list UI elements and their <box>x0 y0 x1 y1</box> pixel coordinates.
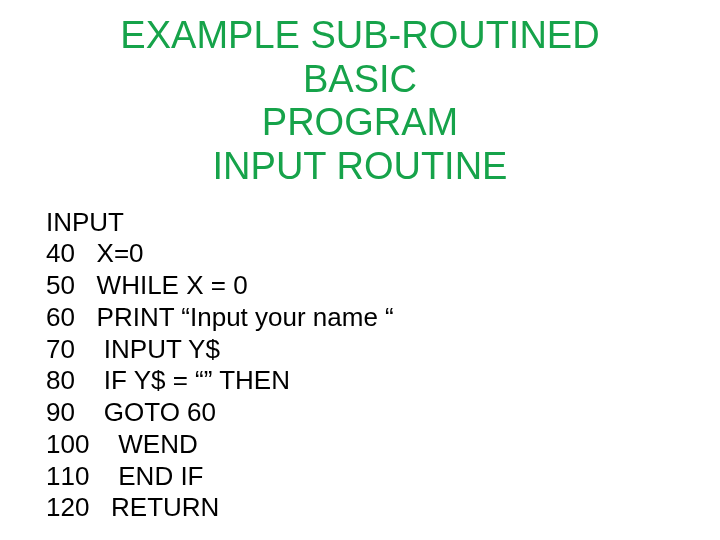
title-line-2: PROGRAM <box>60 101 660 145</box>
slide-title: EXAMPLE SUB-ROUTINED BASIC PROGRAM INPUT… <box>60 14 660 189</box>
code-line: 120 RETURN <box>46 492 720 524</box>
title-line-3: INPUT ROUTINE <box>60 145 660 189</box>
code-line: 100 WEND <box>46 429 720 461</box>
title-line-1: EXAMPLE SUB-ROUTINED BASIC <box>60 14 660 101</box>
code-line: 40 X=0 <box>46 238 720 270</box>
code-header: INPUT <box>46 207 720 239</box>
code-line: 50 WHILE X = 0 <box>46 270 720 302</box>
code-line: 80 IF Y$ = “” THEN <box>46 365 720 397</box>
code-line: 70 INPUT Y$ <box>46 334 720 366</box>
code-line: 90 GOTO 60 <box>46 397 720 429</box>
code-block: INPUT 40 X=0 50 WHILE X = 0 60 PRINT “In… <box>46 207 720 524</box>
code-line: 60 PRINT “Input your name “ <box>46 302 720 334</box>
slide: EXAMPLE SUB-ROUTINED BASIC PROGRAM INPUT… <box>0 0 720 540</box>
code-line: 110 END IF <box>46 461 720 493</box>
